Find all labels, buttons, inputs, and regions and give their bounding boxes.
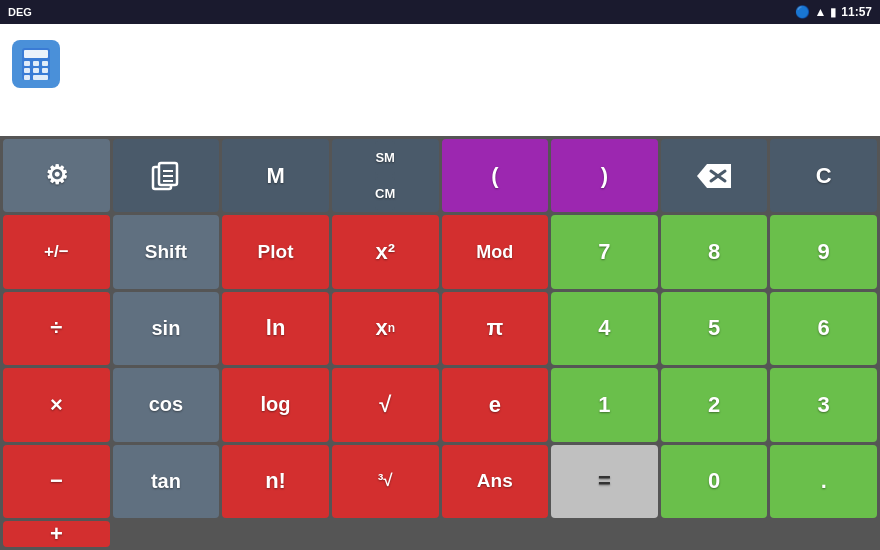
div-button[interactable]: ÷ [3,292,110,365]
9-button[interactable]: 9 [770,215,877,288]
smcm-button[interactable]: SM CM [332,139,439,212]
plusminus-button[interactable]: +/− [3,215,110,288]
svg-rect-4 [42,61,48,66]
add-button[interactable]: + [3,521,110,547]
log-button[interactable]: log [222,368,329,441]
mod-button[interactable]: Mod [442,215,549,288]
ln-button[interactable]: ln [222,292,329,365]
mul-button[interactable]: × [3,368,110,441]
nfact-button[interactable]: n! [222,445,329,518]
battery-icon: ▮ [830,5,837,19]
rparen-button[interactable]: ) [551,139,658,212]
5-button[interactable]: 5 [661,292,768,365]
svg-rect-7 [42,68,48,73]
wifi-icon: ▲ [814,5,826,19]
7-button[interactable]: 7 [551,215,658,288]
time-label: 11:57 [841,5,872,19]
status-bar: DEG 🔵 ▲ ▮ 11:57 [0,0,880,24]
3-button[interactable]: 3 [770,368,877,441]
0-button[interactable]: 0 [661,445,768,518]
CM-button[interactable]: CM [375,177,395,211]
ans-button[interactable]: Ans [442,445,549,518]
e-button[interactable]: e [442,368,549,441]
cbrt-button[interactable]: ³√ [332,445,439,518]
svg-rect-5 [24,68,30,73]
lparen-button[interactable]: ( [442,139,549,212]
deg-label: DEG [8,6,32,18]
eq-button[interactable]: = [551,445,658,518]
shift-button[interactable]: Shift [113,215,220,288]
tan-button[interactable]: tan [113,445,220,518]
dot-button[interactable]: . [770,445,877,518]
button-grid: ⚙ M SM CM ( ) C +/− Shift Plot x² Mod 7 … [0,136,880,550]
display-area [0,24,880,136]
8-button[interactable]: 8 [661,215,768,288]
svg-rect-3 [33,61,39,66]
gear-button[interactable]: ⚙ [3,139,110,212]
C-button[interactable]: C [770,139,877,212]
sin-button[interactable]: sin [113,292,220,365]
cos-button[interactable]: cos [113,368,220,441]
sqrt-button[interactable]: √ [332,368,439,441]
backspace-button[interactable] [661,139,768,212]
svg-rect-6 [33,68,39,73]
sub-button[interactable]: − [3,445,110,518]
svg-rect-1 [24,50,48,58]
xn-button[interactable]: xn [332,292,439,365]
copy-button[interactable] [113,139,220,212]
svg-rect-9 [33,75,48,80]
svg-marker-15 [697,164,731,188]
x2-button[interactable]: x² [332,215,439,288]
SM-button[interactable]: SM [375,141,395,175]
4-button[interactable]: 4 [551,292,658,365]
M-button[interactable]: M [222,139,329,212]
svg-rect-2 [24,61,30,66]
calculator-icon [12,40,60,88]
svg-rect-8 [24,75,30,80]
2-button[interactable]: 2 [661,368,768,441]
1-button[interactable]: 1 [551,368,658,441]
plot-button[interactable]: Plot [222,215,329,288]
status-icons: 🔵 ▲ ▮ 11:57 [795,5,872,19]
6-button[interactable]: 6 [770,292,877,365]
bluetooth-icon: 🔵 [795,5,810,19]
pi-button[interactable]: π [442,292,549,365]
